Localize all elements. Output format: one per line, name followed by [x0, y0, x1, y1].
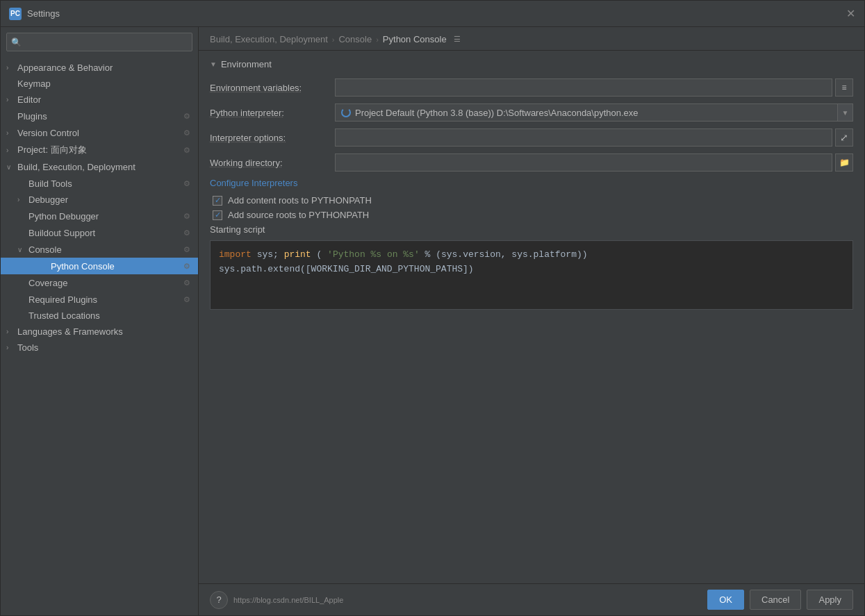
- settings-icon[interactable]: ☰: [454, 35, 461, 44]
- sidebar-item-plugins[interactable]: Plugins ⚙: [1, 108, 198, 124]
- interpreter-options-expand-button[interactable]: ⤢: [835, 128, 853, 147]
- main-layout: 🔍 › Appearance & Behavior Keymap › Edito…: [1, 27, 864, 615]
- sidebar-item-label: Console: [28, 244, 181, 255]
- code-line-2: sys.path.extend([WORKING_DIR_AND_PYTHON_…: [219, 263, 844, 277]
- environment-section-header: ▼ Environment: [210, 59, 853, 69]
- interpreter-options-input[interactable]: [335, 128, 832, 147]
- sidebar-item-label: Version Control: [17, 128, 181, 138]
- search-box: 🔍: [6, 33, 192, 51]
- starting-script-editor[interactable]: import sys; print ( 'Python %s on %s' % …: [210, 240, 853, 310]
- gear-icon: ⚙: [181, 110, 192, 122]
- breadcrumb-item-build[interactable]: Build, Execution, Deployment: [210, 34, 328, 44]
- code-builtin-print: print: [284, 249, 311, 260]
- working-directory-input[interactable]: [335, 153, 832, 172]
- help-button[interactable]: ?: [210, 591, 228, 609]
- code-string: 'Python %s on %s': [327, 249, 420, 260]
- breadcrumb-item-python-console[interactable]: Python Console: [383, 34, 447, 44]
- working-directory-row: Working directory: 📁: [210, 153, 853, 172]
- python-interpreter-dropdown[interactable]: Project Default (Python 3.8 (base)) D:\S…: [335, 103, 853, 122]
- sidebar-item-required-plugins[interactable]: Required Plugins ⚙: [1, 291, 198, 308]
- sidebar: 🔍 › Appearance & Behavior Keymap › Edito…: [1, 27, 199, 615]
- add-source-roots-checkbox[interactable]: [213, 210, 222, 220]
- sidebar-item-debugger[interactable]: › Debugger: [1, 192, 198, 208]
- python-interpreter-row: Python interpreter: Project Default (Pyt…: [210, 103, 853, 122]
- add-content-roots-label: Add content roots to PYTHONPATH: [228, 195, 372, 206]
- add-content-roots-checkbox[interactable]: [213, 196, 222, 206]
- arrow-icon: ›: [6, 96, 16, 103]
- close-button[interactable]: ✕: [845, 8, 856, 19]
- sidebar-item-keymap[interactable]: Keymap: [1, 76, 198, 92]
- sidebar-item-label: Debugger: [28, 194, 192, 205]
- status-url: https://blog.csdn.net/BILL_Apple: [233, 596, 343, 604]
- sidebar-item-editor[interactable]: › Editor: [1, 92, 198, 108]
- python-interpreter-value: Project Default (Python 3.8 (base)) D:\S…: [336, 108, 837, 118]
- code-text: sys.path.extend([WORKING_DIR_AND_PYTHON_…: [219, 264, 474, 274]
- content-area: ▼ Environment Environment variables: ≡ P…: [199, 51, 864, 583]
- sidebar-item-label: Python Console: [51, 261, 181, 272]
- sidebar-item-label: Build, Execution, Deployment: [17, 162, 192, 172]
- ok-button[interactable]: OK: [707, 590, 744, 610]
- working-directory-browse-button[interactable]: 📁: [835, 153, 853, 172]
- sidebar-item-label: Buildout Support: [28, 228, 181, 238]
- sidebar-item-appearance[interactable]: › Appearance & Behavior: [1, 60, 198, 76]
- interpreter-text: Project Default (Python 3.8 (base)) D:\S…: [355, 108, 639, 118]
- search-icon: 🔍: [11, 38, 22, 47]
- settings-dialog: PC Settings ✕ 🔍 › Appearance & Behavior: [0, 0, 865, 616]
- sidebar-item-version-control[interactable]: › Version Control ⚙: [1, 124, 198, 141]
- interpreter-options-row: Interpreter options: ⤢: [210, 128, 853, 147]
- arrow-icon: ›: [6, 344, 16, 351]
- right-panel: Build, Execution, Deployment › Console ›…: [199, 27, 864, 615]
- sidebar-item-trusted-locations[interactable]: Trusted Locations: [1, 308, 198, 324]
- sidebar-item-label: Languages & Frameworks: [17, 326, 192, 337]
- interpreter-options-label: Interpreter options:: [210, 133, 335, 143]
- breadcrumb-separator: ›: [376, 35, 379, 44]
- code-keyword-import: import: [219, 249, 252, 260]
- collapse-icon[interactable]: ▼: [210, 60, 217, 68]
- search-input[interactable]: [6, 33, 192, 51]
- breadcrumb-item-console[interactable]: Console: [338, 34, 372, 44]
- sidebar-item-buildout-support[interactable]: Buildout Support ⚙: [1, 224, 198, 241]
- python-interpreter-control: Project Default (Python 3.8 (base)) D:\S…: [335, 103, 853, 122]
- dropdown-arrow-icon[interactable]: ▼: [837, 104, 852, 121]
- code-line-1: import sys; print ( 'Python %s on %s' % …: [219, 248, 844, 263]
- code-text: sys;: [257, 249, 284, 260]
- breadcrumb-separator: ›: [332, 35, 335, 44]
- gear-icon: ⚙: [181, 277, 192, 288]
- gear-icon: ⚙: [181, 144, 192, 156]
- arrow-icon: ›: [6, 129, 16, 137]
- starting-script-label: Starting script: [210, 224, 853, 235]
- arrow-icon: ›: [6, 328, 16, 335]
- sidebar-item-label: Editor: [17, 94, 192, 105]
- cancel-button[interactable]: Cancel: [750, 590, 801, 610]
- sidebar-item-coverage[interactable]: Coverage ⚙: [1, 274, 198, 291]
- sidebar-item-python-debugger[interactable]: Python Debugger ⚙: [1, 208, 198, 224]
- arrow-icon: ›: [17, 196, 27, 203]
- gear-icon: ⚙: [181, 178, 192, 189]
- sidebar-item-project[interactable]: › Project: 面向对象 ⚙: [1, 141, 198, 159]
- sidebar-item-console[interactable]: ∨ Console ⚙: [1, 241, 198, 258]
- arrow-icon: ∨: [17, 246, 27, 253]
- env-variables-input[interactable]: [335, 78, 832, 97]
- env-variables-label: Environment variables:: [210, 83, 335, 93]
- breadcrumb: Build, Execution, Deployment › Console ›…: [199, 27, 864, 51]
- bottom-bar: ? https://blog.csdn.net/BILL_Apple OK Ca…: [199, 583, 864, 615]
- sidebar-item-build-tools[interactable]: Build Tools ⚙: [1, 175, 198, 192]
- gear-icon: ⚙: [181, 260, 192, 272]
- gear-icon: ⚙: [181, 227, 192, 238]
- sidebar-item-build-execution[interactable]: ∨ Build, Execution, Deployment: [1, 159, 198, 175]
- env-variables-control: ≡: [335, 78, 853, 97]
- sidebar-item-python-console[interactable]: Python Console ⚙: [1, 258, 198, 274]
- apply-button[interactable]: Apply: [807, 590, 853, 610]
- sidebar-item-languages[interactable]: › Languages & Frameworks: [1, 324, 198, 340]
- configure-interpreters-link[interactable]: Configure Interpreters: [210, 178, 297, 188]
- sidebar-item-label: Project: 面向对象: [17, 144, 181, 156]
- sidebar-item-label: Trusted Locations: [28, 310, 192, 321]
- arrow-icon: ›: [6, 147, 16, 154]
- env-variables-browse-button[interactable]: ≡: [835, 78, 853, 97]
- gear-icon: ⚙: [181, 210, 192, 222]
- arrow-icon: ›: [6, 64, 16, 72]
- sidebar-item-label: Appearance & Behavior: [17, 63, 192, 73]
- sidebar-item-label: Build Tools: [28, 178, 181, 189]
- add-source-roots-label: Add source roots to PYTHONPATH: [228, 210, 369, 220]
- sidebar-item-tools[interactable]: › Tools: [1, 340, 198, 356]
